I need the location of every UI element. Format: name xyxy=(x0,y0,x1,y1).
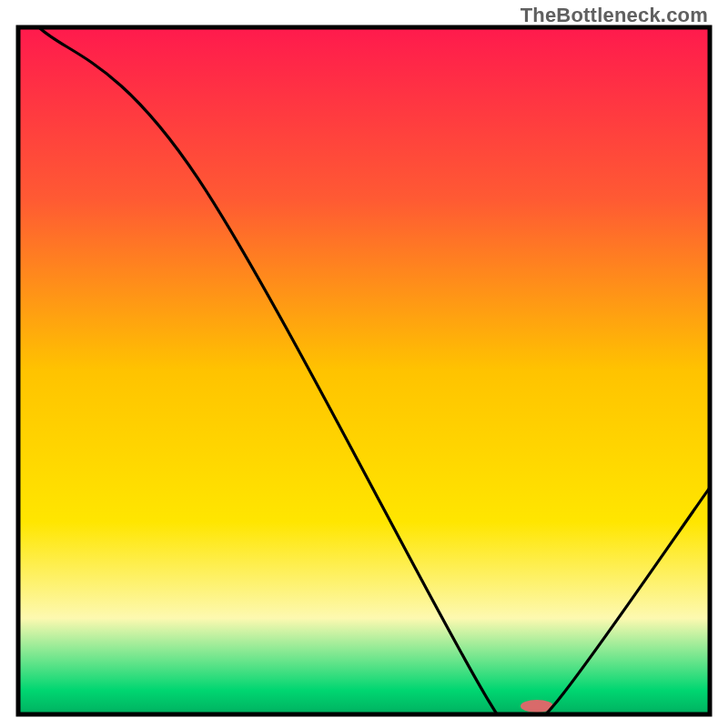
watermark-text: TheBottleneck.com xyxy=(521,4,708,27)
bottleneck-chart: TheBottleneck.com xyxy=(0,0,728,728)
gradient-background xyxy=(18,27,710,714)
chart-svg xyxy=(0,0,728,728)
